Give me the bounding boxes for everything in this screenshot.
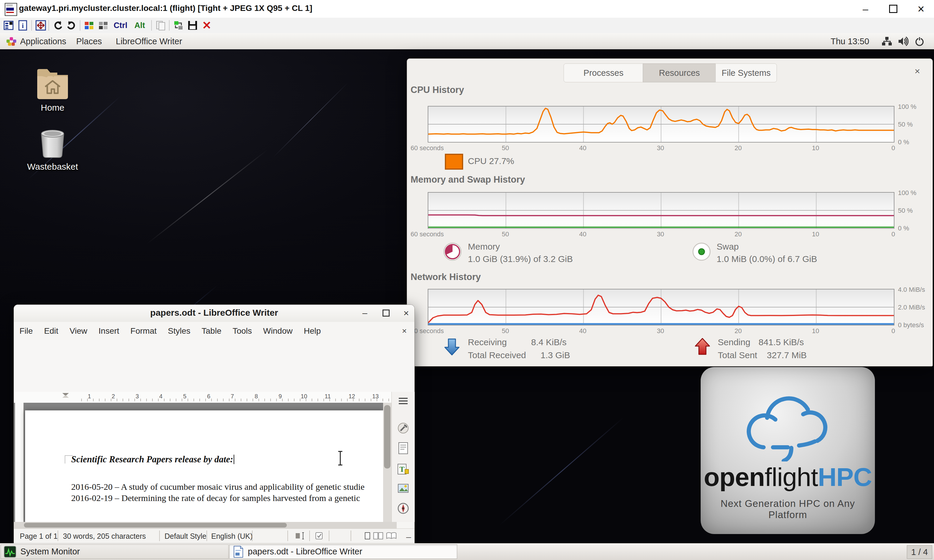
vnc-disconnect-icon[interactable]: ✕ (201, 20, 213, 31)
menu-places[interactable]: Places (76, 36, 102, 47)
horizontal-scrollbar[interactable] (14, 522, 397, 528)
desktop-icon-home-label[interactable]: Home (17, 103, 88, 113)
vnc-save-session-icon[interactable] (187, 20, 199, 31)
menu-libreoffice-writer[interactable]: LibreOffice Writer (116, 36, 182, 47)
vnc-window-title: gateway1.pri.mycluster.cluster.local:1 (… (19, 3, 312, 13)
vnc-close-button[interactable]: × (913, 2, 929, 15)
menu-edit[interactable]: Edit (39, 326, 64, 336)
document-line[interactable]: 2016-02-19 – Determining the rate of dec… (71, 493, 381, 503)
gnome-topbar: Applications Places LibreOffice Writer T… (0, 33, 934, 49)
writer-close-button[interactable]: × (398, 306, 414, 320)
writer-maximize-button[interactable] (378, 306, 394, 320)
view-book-icon[interactable] (386, 532, 397, 542)
sidebar-navigator-icon[interactable] (397, 502, 410, 515)
volume-icon[interactable] (898, 37, 909, 46)
menu-applications[interactable]: Applications (20, 36, 66, 47)
taskbar-item-system-monitor[interactable]: System Monitor (1, 545, 228, 559)
menu-window[interactable]: Window (258, 326, 298, 336)
svg-text:T: T (399, 465, 404, 474)
writer-minimize-button[interactable]: – (357, 306, 373, 320)
screen: gateway1.pri.mycluster.cluster.local:1 (… (0, 0, 934, 560)
document-line[interactable]: 2016-05-20 – A study of cucumber mosaic … (71, 482, 381, 492)
total-received-value: 1.3 GiB (540, 350, 570, 360)
sidebar-page-icon[interactable] (397, 442, 410, 455)
swap-label: Swap (716, 242, 739, 252)
menu-tools[interactable]: Tools (227, 326, 257, 336)
vnc-file-transfer-icon[interactable] (173, 20, 184, 31)
menu-insert[interactable]: Insert (93, 326, 125, 336)
writer-titlebar[interactable]: papers.odt - LibreOffice Writer – × (14, 305, 414, 322)
vnc-minimize-button[interactable]: – (857, 2, 874, 15)
desktop-icon-wastebasket-label[interactable]: Wastebasket (20, 162, 85, 172)
vnc-fullscreen-icon[interactable] (35, 20, 47, 31)
writer-window: papers.odt - LibreOffice Writer – × File… (14, 305, 415, 543)
status-selection-mode-icon[interactable] (295, 532, 305, 542)
desktop-icon-wastebasket[interactable] (39, 129, 66, 159)
vnc-titlebar[interactable]: gateway1.pri.mycluster.cluster.local:1 (… (0, 0, 934, 18)
vertical-ruler[interactable] (15, 403, 24, 522)
vertical-scrollbar[interactable] (383, 403, 391, 522)
taskbar-item-writer[interactable]: papers.odt - LibreOffice Writer (229, 545, 457, 559)
document-heading[interactable]: Scientific Research Papers release by da… (71, 454, 234, 465)
home-folder-icon (35, 66, 70, 100)
vnc-clipboard-icon[interactable] (155, 20, 167, 31)
network-y-axis: 4.0 MiB/s2.0 MiB/s0 bytes/s (898, 286, 931, 323)
logo-wordmark: openflightHPC (701, 462, 875, 492)
vnc-info-icon[interactable]: i (17, 20, 29, 31)
memory-label: Memory (468, 242, 500, 252)
ibeam-cursor (337, 451, 344, 466)
receiving-arrow-icon (443, 337, 462, 356)
vnc-alt-key[interactable]: Alt (132, 20, 148, 31)
view-single-page-icon[interactable] (364, 532, 371, 542)
menu-file[interactable]: File (14, 326, 39, 336)
zoom-out-button[interactable]: – (406, 532, 411, 542)
menu-help[interactable]: Help (298, 326, 326, 336)
horizontal-ruler[interactable]: 12345678910111213 (14, 392, 397, 403)
status-language[interactable]: English (UK) (211, 532, 253, 540)
cpu-y-axis: 100 %50 %0 % (898, 103, 931, 140)
sidebar-styles-ic[interactable]: T (397, 462, 410, 475)
clock[interactable]: Thu 13:50 (831, 36, 869, 47)
sidebar-settings-icon[interactable] (397, 394, 410, 408)
vnc-win-menu-key-icon[interactable] (97, 20, 109, 31)
vnc-toolbar: i Ctrl Alt ✕ (0, 18, 934, 33)
network-x-axis: 60 seconds50403020100 (428, 327, 893, 335)
status-page-number[interactable]: Page 1 of 1 (20, 532, 58, 540)
vnc-maximize-button[interactable] (885, 2, 902, 15)
vnc-options-icon[interactable] (3, 20, 15, 31)
status-word-count[interactable]: 30 words, 205 characters (63, 532, 146, 540)
maximize-icon (889, 5, 897, 13)
vnc-ctrl-key[interactable]: Ctrl (111, 20, 130, 31)
menu-styles[interactable]: Styles (162, 326, 196, 336)
desktop-icon-home[interactable] (35, 66, 70, 100)
sidebar-properties-icon[interactable] (397, 422, 410, 435)
menu-format[interactable]: Format (125, 326, 162, 336)
vnc-win-key-icon[interactable] (83, 20, 95, 31)
horizontal-scrollbar-thumb[interactable] (24, 523, 287, 528)
tab-resources[interactable]: Resources (643, 63, 716, 82)
swap-dot-icon (692, 242, 711, 261)
vnc-refresh-icon[interactable] (52, 20, 64, 31)
vnc-reconnect-icon[interactable] (66, 20, 77, 31)
memory-history-title: Memory and Swap History (411, 174, 525, 185)
sidebar-gallery-icon[interactable] (397, 482, 410, 495)
vertical-scrollbar-thumb[interactable] (384, 405, 391, 469)
status-modified-icon[interactable] (315, 532, 323, 542)
menu-view[interactable]: View (64, 326, 93, 336)
power-icon[interactable] (914, 37, 925, 46)
document-close-button[interactable]: × (402, 326, 407, 336)
menu-table[interactable]: Table (196, 326, 227, 336)
document-area[interactable]: Scientific Research Papers release by da… (14, 403, 397, 522)
workspace-pager[interactable]: 1 / 4 (907, 545, 932, 559)
status-page-style[interactable]: Default Style (165, 532, 207, 540)
document-page[interactable]: Scientific Research Papers release by da… (25, 411, 383, 522)
network-icon[interactable] (882, 37, 892, 46)
tab-file-systems[interactable]: File Systems (715, 63, 777, 82)
tab-processes[interactable]: Processes (563, 63, 643, 82)
receiving-label: Receiving (468, 337, 507, 347)
writer-window-title: papers.odt - LibreOffice Writer (14, 308, 414, 318)
openflight-logo-card: openflightHPC Next Generation HPC on Any… (701, 367, 875, 534)
view-multi-page-icon[interactable] (373, 532, 384, 542)
sysmon-close-button[interactable]: × (914, 66, 920, 76)
indent-marker-icon[interactable] (61, 392, 70, 398)
